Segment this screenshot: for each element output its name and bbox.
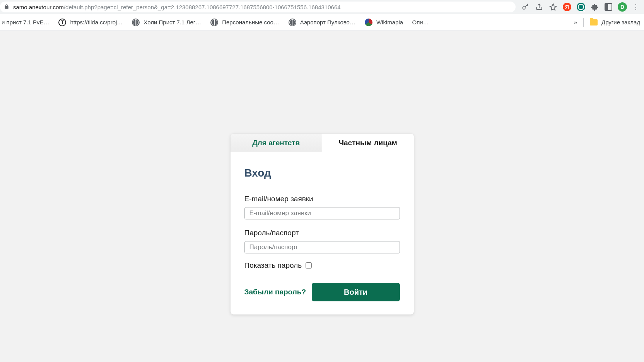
tilda-icon: T	[58, 19, 66, 26]
forgot-password-link[interactable]: Забыли пароль?	[244, 288, 306, 296]
globe-icon	[210, 19, 218, 26]
login-card: Для агентств Частным лицам Вход E-mail/н…	[231, 134, 414, 314]
login-body: Вход E-mail/номер заявки Пароль/паспорт …	[231, 152, 414, 314]
key-icon[interactable]	[521, 3, 530, 11]
bookmark-item[interactable]: Аэропорт Пулково…	[289, 19, 355, 26]
wikimapia-icon	[365, 19, 372, 26]
bookmark-item[interactable]: T https://tilda.cc/proj…	[58, 19, 123, 26]
omnibox-actions: Я D ⋮	[519, 2, 642, 12]
password-label: Пароль/паспорт	[244, 229, 400, 237]
other-bookmarks-label: Другие заклад	[601, 19, 640, 25]
url-host: samo.anextour.com	[13, 4, 64, 10]
bookmark-item[interactable]: Wikimapia — Опи…	[365, 19, 429, 26]
bookmark-label: Аэропорт Пулково…	[300, 19, 355, 25]
lock-icon	[4, 4, 9, 10]
bookmarks-right: » Другие заклад	[574, 18, 640, 27]
show-password-label: Показать пароль	[244, 261, 302, 270]
email-input[interactable]	[244, 207, 400, 219]
browser-toolbar: samo.anextour.com/default.php?page=cl_re…	[0, 0, 644, 14]
share-icon[interactable]	[535, 3, 543, 11]
page-content: Для агентств Частным лицам Вход E-mail/н…	[0, 31, 644, 362]
show-password-row[interactable]: Показать пароль	[244, 261, 400, 270]
show-password-checkbox[interactable]	[306, 262, 312, 269]
login-tabs: Для агентств Частным лицам	[231, 134, 414, 152]
email-label: E-mail/номер заявки	[244, 195, 400, 203]
other-bookmarks[interactable]: Другие заклад	[590, 19, 640, 25]
url-path: /default.php?page=cl_refer_person&_ga=2.…	[64, 4, 341, 10]
bookmark-item[interactable]: и прист 7.1 PvE…	[2, 19, 49, 25]
kebab-menu-icon[interactable]: ⋮	[632, 3, 639, 10]
profile-avatar[interactable]: D	[618, 2, 627, 12]
bookmark-label: и прист 7.1 PvE…	[2, 19, 49, 25]
bookmark-item[interactable]: Персональные соо…	[210, 19, 279, 26]
login-title: Вход	[244, 167, 400, 179]
bookmarks-bar: и прист 7.1 PvE… T https://tilda.cc/proj…	[0, 14, 644, 31]
yandex-icon[interactable]: Я	[563, 3, 571, 11]
star-icon[interactable]	[549, 3, 557, 11]
extensions-icon[interactable]	[591, 3, 599, 11]
bookmark-item[interactable]: Холи Прист 7.1 Лег…	[132, 19, 201, 26]
bookmark-label: Персональные соо…	[222, 19, 279, 25]
tab-private[interactable]: Частным лицам	[322, 134, 414, 152]
login-actions: Забыли пароль? Войти	[244, 283, 400, 301]
bookmark-label: Холи Прист 7.1 Лег…	[143, 19, 201, 25]
extension-search-icon[interactable]	[577, 3, 585, 11]
submit-button[interactable]: Войти	[312, 283, 400, 301]
globe-icon	[132, 19, 140, 26]
password-input[interactable]	[244, 241, 400, 253]
tab-agencies[interactable]: Для агентств	[231, 134, 323, 152]
bookmark-label: Wikimapia — Опи…	[376, 19, 429, 25]
globe-icon	[289, 19, 296, 26]
bookmarks-overflow[interactable]: »	[574, 19, 577, 25]
folder-icon	[590, 19, 598, 25]
address-bar[interactable]: samo.anextour.com/default.php?page=cl_re…	[0, 2, 516, 12]
divider	[583, 18, 584, 27]
sidepanel-icon[interactable]	[605, 3, 612, 11]
bookmark-label: https://tilda.cc/proj…	[70, 19, 123, 25]
